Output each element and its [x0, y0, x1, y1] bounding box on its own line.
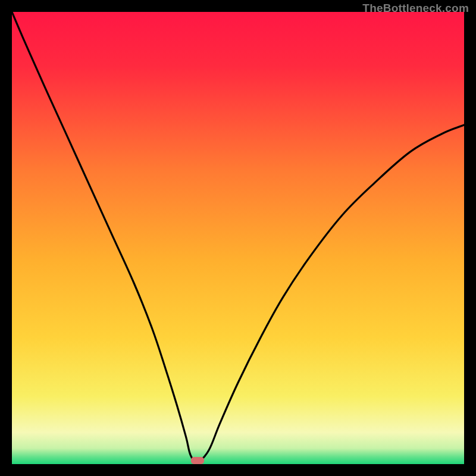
bottleneck-curve	[12, 12, 464, 464]
chart-frame	[12, 12, 464, 464]
curve-line-path	[12, 12, 464, 462]
watermark-text: TheBottleneck.com	[362, 2, 469, 15]
optimum-marker	[191, 457, 204, 464]
